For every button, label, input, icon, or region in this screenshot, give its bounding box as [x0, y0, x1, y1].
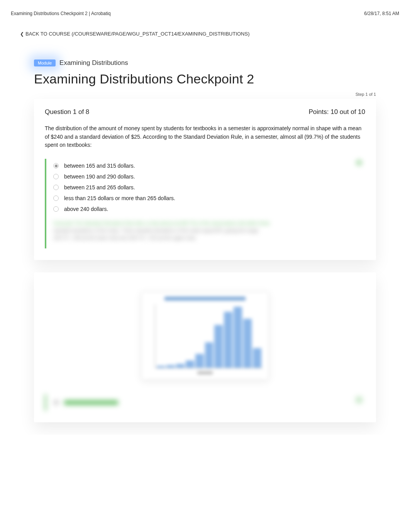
chart-bar — [243, 319, 252, 367]
chart-bar — [253, 348, 261, 367]
question-prompt: The distribution of the amount of money … — [45, 124, 365, 150]
doc-title: Examining Distributions Checkpoint 2 | A… — [11, 11, 111, 16]
chart-bar — [205, 342, 213, 368]
question-card: Question 1 of 8 Points: 10 out of 10 The… — [34, 99, 376, 260]
doc-timestamp: 6/28/17, 8:51 AM — [364, 11, 399, 16]
chart-title — [164, 297, 246, 301]
chart-plot-area — [155, 304, 263, 368]
histogram-figure — [141, 292, 269, 380]
step-indicator: Step 1 of 1 — [34, 92, 376, 97]
answer-block: between 165 and 315 dollars. between 190… — [45, 159, 365, 248]
answer-option-label: between 190 and 290 dollars. — [64, 173, 135, 180]
back-link-label: BACK TO COURSE (/COURSEWARE/PAGE/WGU_PST… — [25, 31, 250, 37]
answer-option[interactable]: between 215 and 265 dollars. — [53, 182, 361, 193]
module-name: Examining Distributions — [59, 59, 128, 67]
correct-indicator-icon — [355, 159, 363, 167]
chart-bar — [234, 307, 242, 368]
chevron-left-icon: ❮ — [20, 31, 24, 37]
module-badge: Module — [34, 59, 56, 66]
radio-icon — [53, 174, 59, 179]
chart-bar — [195, 354, 204, 367]
radio-icon — [53, 206, 59, 212]
question-number: Question 1 of 8 — [45, 108, 89, 116]
answer-option-label: less than 215 dollars or more than 265 d… — [64, 195, 175, 201]
chart-bar — [176, 364, 185, 368]
answer-option[interactable]: between 190 and 290 dollars. — [53, 171, 361, 182]
answer-option-label — [64, 400, 118, 405]
chart-xlabel — [197, 371, 213, 374]
answer-option[interactable]: above 240 dollars. — [53, 204, 361, 214]
correct-indicator-icon — [355, 396, 363, 404]
answer-option-label: between 165 and 315 dollars. — [64, 163, 135, 169]
answer-feedback: Good job! The Standard Deviation Rule te… — [53, 220, 361, 242]
answer-option[interactable]: less than 215 dollars or more than 265 d… — [53, 193, 361, 204]
page-title: Examining Distributions Checkpoint 2 — [34, 71, 376, 87]
answer-option-label: above 240 dollars. — [64, 206, 108, 212]
radio-icon — [53, 185, 59, 190]
chart-bar — [224, 312, 232, 368]
back-to-course-link[interactable]: ❮ BACK TO COURSE (/COURSEWARE/PAGE/WGU_P… — [0, 31, 250, 37]
answer-option[interactable] — [53, 398, 361, 408]
chart-bar — [166, 365, 175, 367]
chart-bar — [186, 360, 194, 368]
radio-icon — [53, 195, 59, 201]
chart-bar — [157, 366, 165, 368]
chart-bar — [214, 325, 223, 368]
radio-icon — [53, 163, 59, 168]
question-points: Points: 10 out of 10 — [309, 108, 366, 116]
answer-option-label: between 215 and 265 dollars. — [64, 184, 135, 190]
answer-option[interactable]: between 165 and 315 dollars. — [53, 160, 361, 171]
radio-icon — [53, 400, 59, 405]
question-card-preview — [34, 272, 376, 422]
answer-block-preview — [45, 394, 365, 411]
